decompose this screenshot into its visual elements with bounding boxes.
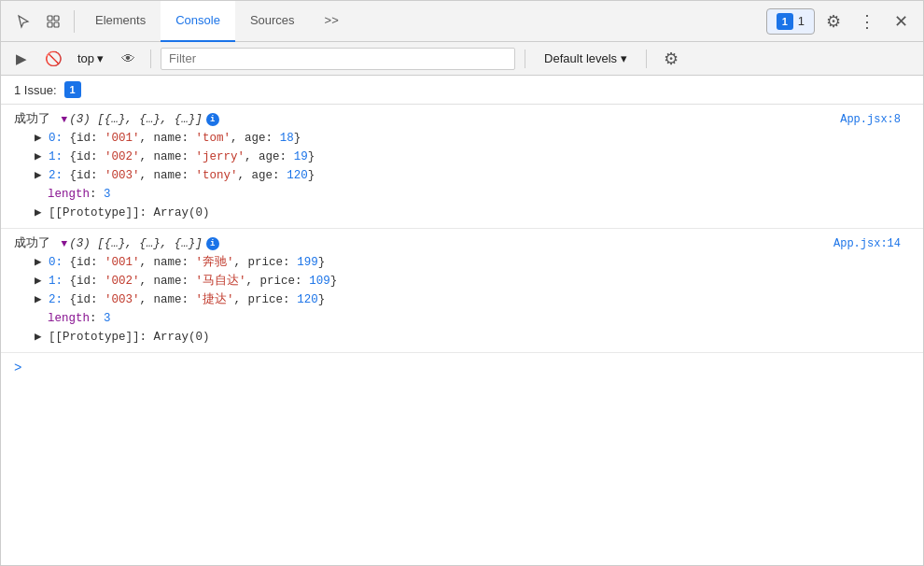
item-1-comma2: , age: [245,149,294,165]
proto-2-triangle[interactable]: ▶ [35,329,42,346]
log-group-2-summary: (3) [{…}, {…}, {…}] [69,235,203,252]
svg-rect-2 [48,22,52,27]
issues-bar: 1 Issue: 1 [1,76,923,105]
tab-sources[interactable]: Sources [235,1,310,42]
console-toolbar: ▶ 🚫 top ▾ 👁 Default levels ▾ ⚙ [1,42,923,76]
g2-item-1-triangle[interactable]: ▶ [35,273,42,290]
item-0-comma2: , age: [231,130,280,147]
item-2-index: 2: [42,167,70,184]
g2-item-0-comma2: , price: [234,254,298,271]
devtools-panel: Elements Console Sources >> 1 1 ⚙ ⋮ ✕ ▶ … [0,0,924,566]
toolbar-divider-1 [150,50,151,68]
log-group-2-length: length : 3 [1,309,923,328]
proto-1-triangle[interactable]: ▶ [35,205,42,221]
chat-icon: 1 [777,13,793,30]
log-group-2: 成功了 ▼ (3) [{…}, {…}, {…}] i App.jsx:14 ▶… [1,229,923,353]
eye-icon[interactable]: 👁 [115,46,141,72]
length-label-2: length [48,310,90,327]
g2-item-1-price: 109 [309,273,330,290]
item-1-index: 1: [42,149,70,165]
length-value-1: 3 [104,186,111,203]
log-group-2-info-icon[interactable]: i [206,237,219,250]
g2-item-2-comma1: , name: [140,291,196,308]
g2-item-0-price: 199 [297,254,318,271]
log-group-2-item-2: ▶ 2: {id: '003' , name: '捷达' , price: 12… [1,290,923,309]
console-settings-icon[interactable]: ⚙ [656,44,686,74]
g2-item-2-index: 2: [42,291,70,308]
length-colon-1: : [90,186,104,203]
tab-elements[interactable]: Elements [80,1,161,42]
log-group-2-header: 成功了 ▼ (3) [{…}, {…}, {…}] i App.jsx:14 [1,234,923,253]
cursor-icon[interactable] [8,7,38,36]
item-0-age: 18 [280,130,294,147]
proto-1-text: [[Prototype]]: Array(0) [42,205,210,221]
item-0-id: '001' [105,130,140,147]
item-0-index: 0: [42,130,70,147]
log-group-2-main: 成功了 ▼ (3) [{…}, {…}, {…}] i [14,235,833,252]
more-options-icon[interactable]: ⋮ [852,7,882,36]
item-2-comma1: , name: [140,167,196,184]
g2-item-0-name: '奔驰' [196,254,234,271]
g2-item-0-triangle[interactable]: ▶ [35,254,42,271]
svg-rect-3 [54,22,59,27]
item-2-id: '003' [105,167,140,184]
item-1-comma1: , name: [140,149,196,165]
item-1-brace-open: {id: [70,149,105,165]
log-group-1-triangle[interactable]: ▼ [62,111,68,128]
item-2-triangle[interactable]: ▶ [35,167,42,184]
log-group-2-triangle[interactable]: ▼ [62,235,68,252]
issues-label: 1 Issue: [14,83,57,97]
play-icon[interactable]: ▶ [8,46,35,72]
log-group-1-item-0: ▶ 0: {id: '001' , name: 'tom' , age: 18 … [1,129,923,148]
log-group-1-summary: (3) [{…}, {…}, {…}] [69,111,203,128]
item-1-id: '002' [105,149,140,165]
item-0-triangle[interactable]: ▶ [35,130,42,147]
log-group-1-item-2: ▶ 2: {id: '003' , name: 'tony' , age: 12… [1,166,923,185]
log-group-1-source[interactable]: App.jsx:8 [840,111,914,128]
item-0-comma1: , name: [140,130,196,147]
tab-separator-1 [74,10,75,33]
g2-item-0-brace-close: } [318,254,326,271]
ban-icon[interactable]: 🚫 [40,46,66,72]
log-group-1-prefix: 成功了 [14,111,58,128]
badge-count: 1 [798,14,805,28]
g2-item-1-name: '马自达' [196,273,246,290]
g2-item-2-triangle[interactable]: ▶ [35,291,42,308]
tab-more[interactable]: >> [310,1,354,42]
item-2-brace-close: } [308,167,315,184]
item-2-comma2: , age: [238,167,287,184]
g2-item-1-comma1: , name: [140,273,196,290]
g2-item-0-id: '001' [105,254,140,271]
g2-item-0-index: 0: [42,254,70,271]
log-group-2-prefix: 成功了 [14,235,58,252]
item-0-brace-close: } [294,130,301,147]
item-1-triangle[interactable]: ▶ [35,149,42,165]
log-group-1-info-icon[interactable]: i [206,113,219,126]
log-group-1-item-1: ▶ 1: {id: '002' , name: 'jerry' , age: 1… [1,148,923,166]
svg-rect-0 [48,16,52,21]
log-group-1: 成功了 ▼ (3) [{…}, {…}, {…}] i App.jsx:8 ▶ … [1,105,923,229]
context-selector[interactable]: top ▾ [72,50,109,67]
log-group-1-length: length : 3 [1,185,923,204]
g2-item-0-brace-open: {id: [70,254,105,271]
log-group-2-source[interactable]: App.jsx:14 [833,235,914,252]
issues-badge-btn[interactable]: 1 1 [766,8,815,35]
console-prompt[interactable]: > [1,353,923,383]
item-2-name: 'tony' [196,167,238,184]
settings-icon[interactable]: ⚙ [819,7,848,36]
close-icon[interactable]: ✕ [886,7,916,36]
filter-input[interactable] [161,48,515,70]
toolbar-divider-2 [525,50,525,68]
prompt-symbol: > [14,361,21,375]
issues-chat-icon: 1 [64,81,81,98]
log-levels-dropdown[interactable]: Default levels ▾ [535,49,637,68]
g2-item-0-comma1: , name: [140,254,196,271]
log-group-2-item-1: ▶ 1: {id: '002' , name: '马自达' , price: 1… [1,272,923,290]
proto-2-text: [[Prototype]]: Array(0) [42,329,210,346]
levels-arrow: ▾ [621,51,627,65]
console-output: 成功了 ▼ (3) [{…}, {…}, {…}] i App.jsx:8 ▶ … [1,105,923,565]
g2-item-1-brace-open: {id: [70,273,105,290]
inspect-icon[interactable] [38,7,68,36]
tab-console[interactable]: Console [161,1,235,42]
item-2-brace-open: {id: [70,167,105,184]
